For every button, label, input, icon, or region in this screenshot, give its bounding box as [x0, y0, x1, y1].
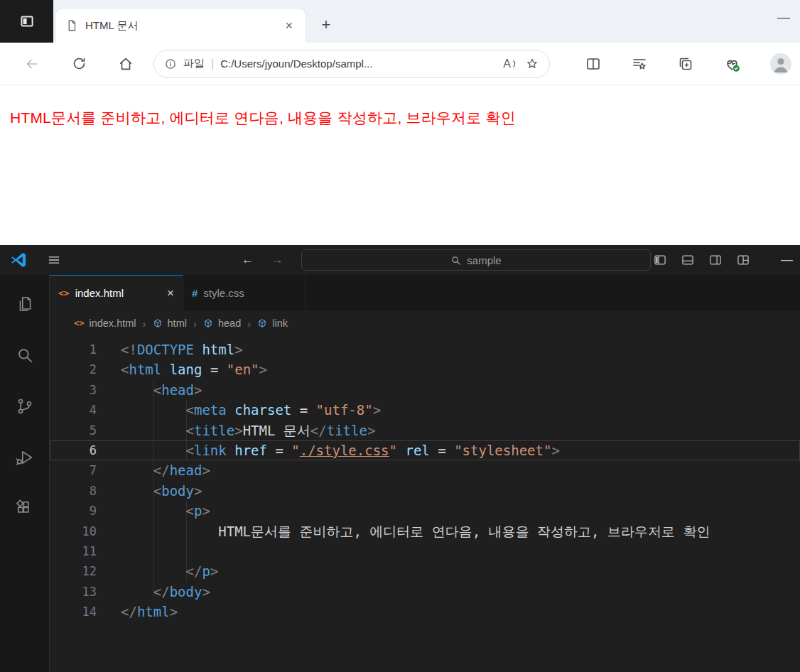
vscode-logo-icon — [10, 251, 27, 271]
breadcrumb-item-file[interactable]: index.html — [89, 318, 136, 329]
code-text: <p> — [97, 501, 210, 521]
line-number: 6 — [50, 440, 97, 460]
tab-label: style.css — [203, 287, 244, 299]
chevron-right-icon: › — [192, 318, 198, 330]
browser-page: HTML문서를 준비하고, 에디터로 연다음, 내용을 작성하고, 브라우저로 … — [0, 85, 800, 245]
code-editor[interactable]: 1<!DOCTYPE html>2<html lang = "en">3 <he… — [50, 336, 800, 672]
tab-index-html[interactable]: <> index.html × — [50, 275, 183, 310]
breadcrumb-item-head[interactable]: head — [218, 318, 241, 329]
tab-style-css[interactable]: # style.css — [183, 275, 306, 310]
favorite-star-icon[interactable] — [525, 57, 539, 71]
code-text: HTML문서를 준비하고, 에디터로 연다음, 내용을 작성하고, 브라우저로 … — [97, 521, 710, 541]
read-aloud-letter: A — [503, 58, 511, 70]
code-line[interactable]: 5 <title>HTML 문서</title> — [50, 421, 800, 440]
code-line[interactable]: 14</html> — [50, 602, 800, 622]
code-line[interactable]: 11 — [50, 541, 800, 561]
toggle-primary-sidebar-icon[interactable] — [653, 253, 667, 267]
breadcrumb: <> index.html › html › head › — [50, 310, 800, 336]
refresh-button[interactable] — [70, 55, 88, 73]
line-number: 10 — [50, 521, 97, 541]
activity-bar — [0, 275, 50, 672]
command-center-search[interactable]: sample — [301, 249, 651, 271]
address-divider: | — [211, 58, 214, 70]
toggle-panel-icon[interactable] — [681, 253, 695, 267]
navigate-forward-button[interactable]: → — [271, 245, 283, 275]
tab-label: index.html — [75, 287, 124, 299]
refresh-icon — [72, 56, 87, 71]
code-line[interactable]: 3 <head> — [50, 380, 800, 400]
browser-essentials-icon[interactable] — [723, 55, 741, 73]
code-line[interactable]: 13 </body> — [50, 582, 800, 602]
new-tab-button[interactable]: + — [315, 14, 337, 36]
code-line[interactable]: 4 <meta charset = "utf-8"> — [50, 400, 800, 420]
line-number: 4 — [50, 400, 97, 420]
address-url[interactable]: C:/Users/jyoun/Desktop/sampl... — [220, 58, 497, 70]
breadcrumb-item-html[interactable]: html — [168, 318, 187, 329]
tab-title: HTML 문서 — [85, 19, 275, 33]
code-line[interactable]: 1<!DOCTYPE html> — [50, 340, 800, 359]
explorer-files-icon[interactable] — [16, 295, 34, 313]
tab-close-icon[interactable]: × — [282, 18, 296, 33]
chevron-right-icon: › — [141, 318, 148, 330]
window-icon[interactable] — [0, 0, 53, 43]
page-text: HTML문서를 준비하고, 에디터로 연다음, 내용을 작성하고, 브라우저로 … — [0, 85, 800, 128]
code-line[interactable]: 9 <p> — [50, 501, 800, 521]
code-text: </body> — [97, 582, 210, 602]
html-file-icon: <> — [58, 288, 70, 298]
customize-layout-icon[interactable] — [736, 253, 750, 267]
page-icon — [65, 19, 78, 32]
browser-tab[interactable]: HTML 문서 × — [55, 9, 306, 43]
vscode-titlebar: ← → sample — — [0, 245, 800, 275]
code-line[interactable]: 12 </p> — [50, 561, 800, 581]
extensions-icon[interactable] — [16, 499, 34, 518]
code-text: <title>HTML 문서</title> — [97, 421, 375, 440]
vscode-minimize-button[interactable]: — — [781, 253, 793, 267]
chevron-right-icon: › — [246, 318, 252, 330]
code-line[interactable]: 6 <link href = "./style.css" rel = "styl… — [50, 440, 800, 460]
code-text: </head> — [97, 460, 210, 480]
code-text: <link href = "./style.css" rel = "styles… — [97, 440, 560, 460]
back-button[interactable] — [23, 55, 41, 73]
menu-hamburger-icon[interactable] — [47, 253, 61, 270]
collections-icon[interactable] — [677, 55, 694, 72]
edge-tab-strip: HTML 문서 × + — — [0, 0, 800, 43]
line-number: 3 — [50, 380, 97, 400]
line-number: 9 — [50, 501, 97, 521]
titlebar-layout-controls: — — [653, 245, 800, 275]
split-screen-icon[interactable] — [585, 55, 602, 72]
browser-minimize-button[interactable]: — — [777, 10, 790, 25]
code-line[interactable]: 2<html lang = "en"> — [50, 359, 800, 379]
site-info-icon[interactable] — [164, 58, 177, 70]
toggle-secondary-sidebar-icon[interactable] — [708, 253, 723, 267]
line-number: 8 — [50, 481, 97, 501]
code-line[interactable]: 10 HTML문서를 준비하고, 에디터로 연다음, 내용을 작성하고, 브라우… — [50, 521, 800, 541]
vscode-window: ← → sample — — [0, 245, 800, 672]
search-icon — [450, 255, 461, 266]
home-icon — [118, 56, 134, 72]
line-number: 5 — [50, 421, 97, 440]
line-number: 7 — [50, 460, 97, 480]
code-text: </html> — [97, 602, 178, 622]
toolbar-right-icons — [585, 43, 791, 85]
line-number: 14 — [50, 602, 97, 622]
breadcrumb-item-link[interactable]: link — [272, 318, 288, 329]
address-bar[interactable]: 파일 | C:/Users/jyoun/Desktop/sampl... A — [153, 50, 550, 78]
navigate-back-button[interactable]: ← — [242, 245, 254, 275]
search-sidebar-icon[interactable] — [16, 346, 34, 364]
run-debug-icon[interactable] — [16, 448, 34, 467]
line-number: 1 — [50, 340, 97, 359]
code-text: </p> — [97, 561, 218, 581]
read-aloud-button[interactable]: A — [503, 58, 519, 70]
symbol-cube-icon — [203, 318, 213, 328]
code-line[interactable]: 8 <body> — [50, 481, 800, 501]
read-aloud-wave-icon — [512, 58, 519, 70]
code-text: <meta charset = "utf-8"> — [97, 400, 381, 420]
code-line[interactable]: 7 </head> — [50, 460, 800, 480]
app-window-icon — [18, 12, 36, 31]
tab-close-icon[interactable]: × — [167, 286, 174, 300]
source-control-icon[interactable] — [16, 397, 34, 416]
home-button[interactable] — [117, 55, 135, 73]
favorites-hub-icon[interactable] — [631, 55, 648, 72]
line-number: 11 — [50, 541, 97, 561]
profile-avatar[interactable] — [770, 53, 791, 75]
